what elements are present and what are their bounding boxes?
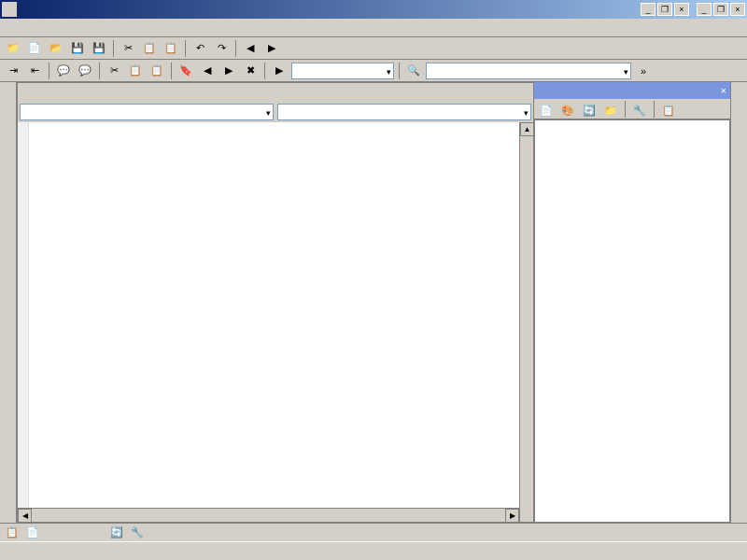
solution-explorer-title: × xyxy=(534,82,730,99)
copy-path-button[interactable]: 📋 xyxy=(659,101,678,119)
menu-debug[interactable] xyxy=(69,26,80,30)
toolbar-1: 📁 📄 📂 💾 💾 ✂ 📋 📋 ↶ ↷ ◀ ▶ xyxy=(0,37,747,60)
prev-bookmark-button[interactable]: ◀ xyxy=(198,62,217,80)
member-combo[interactable] xyxy=(277,104,531,120)
redo-button[interactable]: ↷ xyxy=(212,39,231,58)
close-button-2[interactable]: × xyxy=(730,3,745,16)
restore-button[interactable]: ❐ xyxy=(657,3,672,16)
menubar xyxy=(0,19,747,37)
outline-margin[interactable] xyxy=(18,122,29,522)
close-button[interactable]: × xyxy=(674,3,689,16)
outdent-button[interactable]: ⇤ xyxy=(25,62,44,80)
document-tabs xyxy=(18,83,533,102)
menu-project[interactable] xyxy=(43,26,54,30)
solution-toolbar: 📄 🎨 🔄 📁 🔧 📋 xyxy=(534,99,730,119)
properties-tab[interactable] xyxy=(731,97,735,112)
menu-help[interactable] xyxy=(108,26,120,30)
next-bookmark-button[interactable]: ▶ xyxy=(219,62,238,80)
view-designer-button[interactable]: 🎨 xyxy=(558,101,577,119)
main-area: ▲ ◀▶ × 📄 🎨 🔄 📁 🔧 📋 xyxy=(0,82,747,523)
add-item-button[interactable]: 📄 xyxy=(25,39,44,58)
nav-fwd-button[interactable]: ▶ xyxy=(262,39,281,58)
refresh-button[interactable]: 🔄 xyxy=(580,101,599,119)
new-project-button[interactable]: 📁 xyxy=(4,39,22,58)
restore-button-2[interactable]: ❐ xyxy=(713,3,728,16)
scrollbar-vertical[interactable]: ▲ xyxy=(519,122,533,522)
bookmark-button[interactable]: 🔖 xyxy=(176,62,195,80)
minimize-button-2[interactable]: _ xyxy=(697,3,712,16)
nav-back-button[interactable]: ◀ xyxy=(241,39,260,58)
menu-build[interactable] xyxy=(56,26,67,30)
window-titlebar: _ ❐ × _ ❐ × xyxy=(0,0,747,19)
clear-bookmark-button[interactable]: ✖ xyxy=(241,62,260,80)
solution-explorer: × 📄 🎨 🔄 📁 🔧 📋 xyxy=(534,82,730,523)
class-combo[interactable] xyxy=(20,104,274,120)
cut-button[interactable]: ✂ xyxy=(119,39,137,58)
view-code-button[interactable]: 📄 xyxy=(537,101,556,119)
menu-file[interactable] xyxy=(4,26,15,30)
menu-edit[interactable] xyxy=(17,26,28,30)
output-icon[interactable]: 📋 xyxy=(6,526,19,539)
editor-pane: ▲ ◀▶ xyxy=(17,82,534,523)
solution-close-button[interactable]: × xyxy=(721,85,726,96)
save-all-button[interactable]: 💾 xyxy=(90,39,108,58)
show-all-button[interactable]: 📁 xyxy=(601,101,620,119)
find-button[interactable]: 🔍 xyxy=(404,62,423,80)
toolbar-2: ⇥ ⇤ 💬 💬 ✂ 📋 📋 🔖 ◀ ▶ ✖ ▶ 🔍 » xyxy=(0,60,747,82)
code-editor[interactable]: ▲ ◀▶ xyxy=(18,122,533,522)
output-bar: 📋 📄 🔄🔧 xyxy=(0,523,747,541)
copy-button-2[interactable]: 📋 xyxy=(126,62,145,80)
solution-explorer-tab[interactable] xyxy=(731,82,735,97)
start-debug-button[interactable]: ▶ xyxy=(270,62,289,80)
more-button[interactable]: » xyxy=(634,62,653,80)
open-button[interactable]: 📂 xyxy=(47,39,65,58)
properties-button[interactable]: 🔧 xyxy=(630,101,649,119)
paste-button-2[interactable]: 📋 xyxy=(148,62,166,80)
indent-button[interactable]: ⇥ xyxy=(4,62,22,80)
class-member-combos xyxy=(18,102,533,122)
uncomment-button[interactable]: 💬 xyxy=(76,62,94,80)
output-icon2[interactable]: 📄 xyxy=(26,526,39,539)
find-combo[interactable] xyxy=(426,63,631,79)
statusbar xyxy=(0,541,747,560)
copy-button[interactable]: 📋 xyxy=(140,39,159,58)
save-button[interactable]: 💾 xyxy=(68,39,87,58)
solution-tree[interactable] xyxy=(534,119,730,523)
minimize-button[interactable]: _ xyxy=(641,3,655,16)
app-icon xyxy=(2,2,17,17)
cut-button-2[interactable]: ✂ xyxy=(105,62,123,80)
menu-view[interactable] xyxy=(30,26,41,30)
comment-button[interactable]: 💬 xyxy=(54,62,73,80)
right-dock xyxy=(730,82,747,523)
left-dock xyxy=(0,82,17,523)
menu-tools[interactable] xyxy=(82,26,93,30)
menu-window[interactable] xyxy=(95,26,106,30)
paste-button[interactable]: 📋 xyxy=(162,39,180,58)
config-combo[interactable] xyxy=(291,63,394,79)
undo-button[interactable]: ↶ xyxy=(190,39,209,58)
scrollbar-horizontal[interactable]: ◀▶ xyxy=(18,508,519,522)
